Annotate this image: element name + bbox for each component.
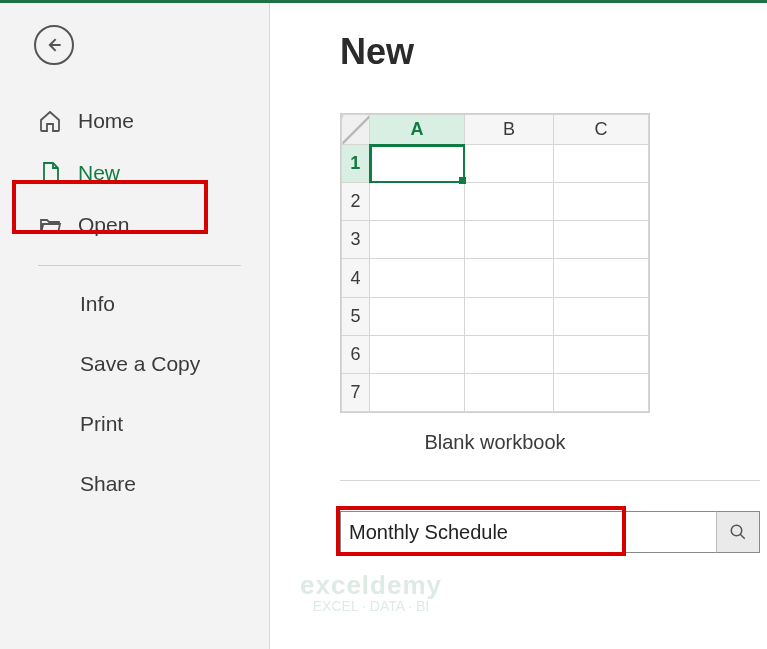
nav-new[interactable]: New — [0, 147, 269, 199]
nav-open-label: Open — [78, 213, 129, 237]
nav-share-label: Share — [80, 472, 136, 495]
backstage-sidebar: Home New Open Info Save a Copy Print Sha… — [0, 3, 270, 649]
nav-new-label: New — [78, 161, 120, 185]
nav-print[interactable]: Print — [0, 394, 269, 454]
sheet-preview: A B C 1 2 3 — [340, 113, 650, 413]
sidebar-divider — [38, 265, 241, 266]
row-header-1: 1 — [342, 145, 370, 183]
row-header-3: 3 — [342, 221, 370, 259]
arrow-left-icon — [44, 35, 64, 55]
row-header-5: 5 — [342, 297, 370, 335]
search-button[interactable] — [716, 511, 760, 553]
svg-point-0 — [731, 525, 742, 536]
back-button[interactable] — [34, 25, 74, 65]
template-blank-workbook[interactable]: A B C 1 2 3 — [340, 113, 650, 454]
nav-share[interactable]: Share — [0, 454, 269, 514]
template-search — [340, 511, 760, 553]
row-header-4: 4 — [342, 259, 370, 297]
main-pane: New A B C 1 — [270, 3, 767, 649]
document-icon — [38, 161, 62, 185]
row-header-7: 7 — [342, 373, 370, 411]
nav-open[interactable]: Open — [0, 199, 269, 251]
cell-b1 — [465, 145, 554, 183]
cell-c1 — [553, 145, 648, 183]
search-input[interactable] — [340, 511, 760, 553]
col-header-b: B — [465, 115, 554, 145]
nav-save-copy[interactable]: Save a Copy — [0, 334, 269, 394]
home-icon — [38, 109, 62, 133]
row-header-2: 2 — [342, 183, 370, 221]
search-icon — [729, 523, 747, 541]
preview-grid: A B C 1 2 3 — [341, 114, 649, 412]
col-header-a: A — [370, 115, 465, 145]
nav-print-label: Print — [80, 412, 123, 435]
nav-home[interactable]: Home — [0, 95, 269, 147]
nav-save-copy-label: Save a Copy — [80, 352, 200, 375]
main-divider — [340, 480, 760, 481]
template-label: Blank workbook — [340, 431, 650, 454]
folder-open-icon — [38, 213, 62, 237]
select-all-corner — [342, 115, 370, 145]
page-title: New — [340, 31, 767, 73]
row-header-6: 6 — [342, 335, 370, 373]
col-header-c: C — [553, 115, 648, 145]
nav-info-label: Info — [80, 292, 115, 315]
nav-info[interactable]: Info — [0, 274, 269, 334]
nav-home-label: Home — [78, 109, 134, 133]
cell-a1 — [370, 145, 465, 183]
